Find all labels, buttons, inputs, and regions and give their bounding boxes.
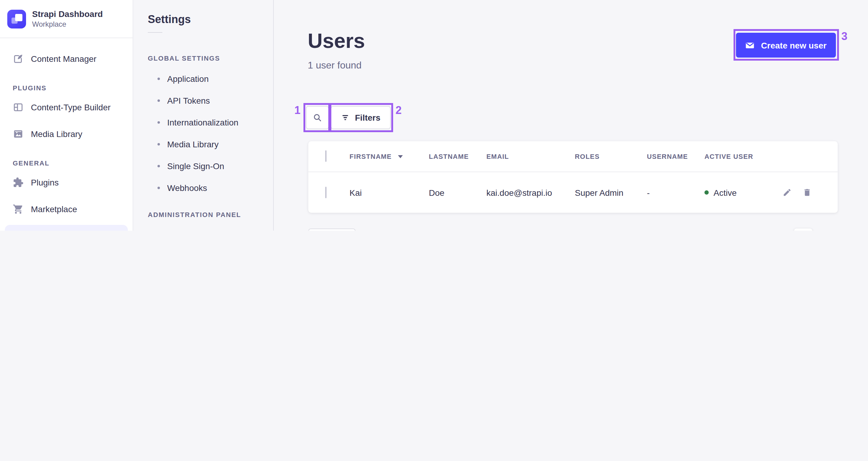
column-header-email: EMAIL xyxy=(486,153,575,160)
row-actions xyxy=(780,188,838,197)
pencil-icon xyxy=(783,188,792,197)
active-status-dot-icon xyxy=(705,190,709,195)
bullet-icon xyxy=(157,187,160,189)
entries-per-page-label: Entries per page xyxy=(361,229,423,231)
main-content: Users 1 user found Create new user Filte… xyxy=(274,0,868,231)
subnav-section-administration-panel: ADMINISTRATION PANEL xyxy=(133,211,273,218)
workspace-info: Strapi Dashboard Workplace xyxy=(32,9,103,28)
status-label: Active xyxy=(714,188,737,197)
annotation-label-2: 2 xyxy=(396,104,402,117)
sidebar-item-content-type-builder[interactable]: Content-Type Builder xyxy=(5,96,128,118)
page-number-1[interactable]: 1 xyxy=(794,229,812,231)
trash-icon xyxy=(803,188,812,197)
cell-roles: Super Admin xyxy=(575,188,647,197)
bullet-icon xyxy=(157,143,160,145)
cell-lastname: Doe xyxy=(429,188,486,197)
sidebar-item-plugins[interactable]: Plugins xyxy=(5,172,128,193)
sidebar-item-label: Marketplace xyxy=(31,204,77,214)
sidebar-item-marketplace[interactable]: Marketplace xyxy=(5,198,128,220)
strapi-logo-icon xyxy=(7,9,26,28)
subnav-item-label: API Tokens xyxy=(167,96,210,106)
sidebar-item-label: Content-Type Builder xyxy=(31,103,111,112)
workspace-name: Workplace xyxy=(32,20,103,28)
sidebar-item-content-manager[interactable]: Content Manager xyxy=(5,48,128,70)
cell-email: kai.doe@strapi.io xyxy=(486,188,575,197)
search-button[interactable] xyxy=(306,106,329,129)
annotation-label-1: 1 xyxy=(294,104,301,117)
settings-subnav: Settings GLOBAL SETTINGS Application API… xyxy=(133,0,274,231)
app-title: Strapi Dashboard xyxy=(32,9,103,20)
page-size-select[interactable]: 10 xyxy=(308,229,355,231)
edit-user-button[interactable] xyxy=(783,188,792,197)
subnav-item-label: Roles xyxy=(167,230,189,231)
sort-caret-icon xyxy=(398,155,403,158)
subnav-section-global-settings: GLOBAL SETTINGS xyxy=(133,55,273,62)
create-new-user-label: Create new user xyxy=(761,40,827,50)
table-row[interactable]: Kai Doe kai.doe@strapi.io Super Admin - … xyxy=(308,172,838,213)
sidebar-nav: Content Manager PLUGINS Content-Type Bui… xyxy=(0,38,133,231)
sidebar-item-label: Media Library xyxy=(31,129,82,139)
subnav-list: Roles Users xyxy=(133,224,273,231)
column-header-roles: ROLES xyxy=(575,153,647,160)
content-type-builder-icon xyxy=(13,102,24,113)
sidebar-item-media-library[interactable]: Media Library xyxy=(5,123,128,145)
subnav-item-media-library[interactable]: Media Library xyxy=(133,133,273,155)
sidebar-item-label: Plugins xyxy=(31,178,59,187)
column-header-active-user: ACTIVE USER xyxy=(705,153,780,160)
main-sidebar: Strapi Dashboard Workplace Content Manag… xyxy=(0,0,133,231)
column-header-username: USERNAME xyxy=(647,153,705,160)
subnav-item-label: Internationalization xyxy=(167,118,238,127)
subnav-item-label: Media Library xyxy=(167,139,219,149)
subnav-item-label: Webhooks xyxy=(167,183,207,193)
cart-icon xyxy=(13,204,24,214)
cell-firstname: Kai xyxy=(349,188,429,197)
column-header-firstname[interactable]: FIRSTNAME xyxy=(349,153,429,160)
column-header-lastname: LASTNAME xyxy=(429,153,486,160)
page-title: Users xyxy=(308,29,365,53)
bullet-icon xyxy=(157,121,160,124)
content-manager-icon xyxy=(13,53,24,64)
subnav-item-api-tokens[interactable]: API Tokens xyxy=(133,90,273,112)
sidebar-item-settings[interactable]: Settings xyxy=(5,225,128,231)
puzzle-icon xyxy=(13,177,24,188)
subnav-item-application[interactable]: Application xyxy=(133,68,273,90)
gear-icon xyxy=(13,230,24,231)
table-header-row: FIRSTNAME LASTNAME EMAIL ROLES USERNAME … xyxy=(308,141,838,172)
subnav-list: Application API Tokens Internationalizat… xyxy=(133,68,273,199)
subnav-item-single-sign-on[interactable]: Single Sign-On xyxy=(133,155,273,177)
select-all-checkbox[interactable] xyxy=(325,150,327,162)
create-new-user-button[interactable]: Create new user xyxy=(736,33,836,58)
strapi-dashboard: Strapi Dashboard Workplace Content Manag… xyxy=(0,0,868,231)
bullet-icon xyxy=(157,78,160,80)
subnav-item-internationalization[interactable]: Internationalization xyxy=(133,112,273,133)
sidebar-section-general: GENERAL xyxy=(5,160,128,167)
media-library-icon xyxy=(13,128,24,139)
divider xyxy=(148,32,162,33)
cell-status: Active xyxy=(705,188,780,197)
bullet-icon xyxy=(157,165,160,167)
filters-label: Filters xyxy=(355,113,380,122)
subnav-item-label: Single Sign-On xyxy=(167,161,224,171)
annotation-label-3: 3 xyxy=(841,30,847,43)
subnav-item-roles-admin[interactable]: Roles xyxy=(133,224,273,231)
subnav-item-webhooks[interactable]: Webhooks xyxy=(133,177,273,199)
filters-button[interactable]: Filters xyxy=(331,106,391,129)
mail-icon xyxy=(745,40,755,50)
row-checkbox[interactable] xyxy=(325,186,327,198)
users-table: FIRSTNAME LASTNAME EMAIL ROLES USERNAME … xyxy=(308,141,838,213)
sidebar-section-plugins: PLUGINS xyxy=(5,84,128,91)
filter-icon xyxy=(341,113,349,122)
cell-username: - xyxy=(647,188,705,197)
delete-user-button[interactable] xyxy=(803,188,812,197)
bullet-icon xyxy=(157,99,160,102)
subnav-title: Settings xyxy=(133,0,273,26)
page-subtitle: 1 user found xyxy=(308,60,362,71)
subnav-item-label: Application xyxy=(167,74,209,84)
workspace-header[interactable]: Strapi Dashboard Workplace xyxy=(0,0,133,38)
sidebar-item-label: Content Manager xyxy=(31,54,96,64)
search-icon xyxy=(313,113,322,122)
